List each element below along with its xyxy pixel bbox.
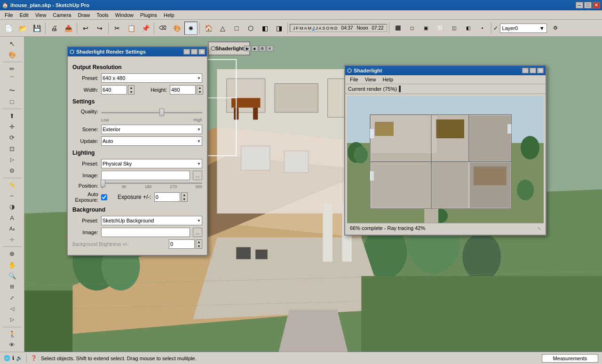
update-dropdown[interactable]: Auto ▼: [101, 136, 202, 146]
pan-tool[interactable]: ✋: [6, 260, 19, 270]
lighting-browse-btn[interactable]: ...: [193, 171, 202, 180]
sl-close-btn[interactable]: ✕: [267, 46, 273, 51]
width-up[interactable]: ▲: [128, 86, 134, 90]
prev-view-tool[interactable]: ◁: [6, 304, 19, 314]
follow-me-tool[interactable]: ▷: [6, 155, 19, 165]
open-button[interactable]: 📂: [16, 22, 29, 35]
text-tool[interactable]: A: [6, 213, 19, 222]
new-button[interactable]: 📄: [2, 22, 15, 35]
lighting-image-input[interactable]: [101, 171, 190, 180]
rp-menu-file[interactable]: File: [347, 76, 361, 83]
bg-brightness-spin[interactable]: ▲ ▼: [196, 239, 202, 249]
auto-exposure-checkbox[interactable]: [101, 194, 107, 200]
cube-btn6[interactable]: ◧: [462, 22, 475, 35]
height-input[interactable]: 480: [170, 85, 196, 95]
redo-button[interactable]: ↪: [93, 22, 106, 35]
width-input[interactable]: 640: [101, 85, 127, 95]
next-view-tool[interactable]: ▷: [6, 315, 19, 324]
resize-handle[interactable]: ⤡: [537, 226, 541, 231]
menu-view[interactable]: View: [32, 11, 49, 19]
quality-slider[interactable]: [101, 108, 202, 117]
offset-tool[interactable]: ⊜: [6, 166, 19, 175]
select-tool[interactable]: ↖: [6, 39, 19, 48]
move-tool[interactable]: ✛: [6, 122, 19, 132]
rp-menu-view[interactable]: View: [362, 76, 379, 83]
height-spin[interactable]: ▲ ▼: [197, 85, 203, 95]
exposure-down[interactable]: ▼: [182, 197, 187, 201]
viewport[interactable]: ⬡ Shaderlight ▶ ■ ⚙ ✕ ⬡ Shaderlight Rend…: [24, 37, 602, 352]
menu-camera[interactable]: Camera: [50, 11, 74, 19]
look-around-tool[interactable]: 👁: [6, 340, 19, 350]
bg-bright-down[interactable]: ▼: [196, 244, 202, 248]
orbit-tool[interactable]: ⊕: [6, 249, 19, 259]
menu-window[interactable]: Window: [112, 11, 136, 19]
layer-settings[interactable]: ⚙: [549, 22, 562, 35]
freehand-tool[interactable]: 〜: [6, 86, 19, 95]
menu-plugins[interactable]: Plugins: [137, 11, 160, 19]
3dtext-tool[interactable]: A₃: [6, 224, 19, 234]
zoom-tool[interactable]: 🔍: [6, 271, 19, 281]
rp-menu-help[interactable]: Help: [380, 76, 396, 83]
triangle-button[interactable]: △: [216, 22, 229, 35]
bg-preset-dropdown[interactable]: SketchUp Background ▼: [101, 216, 202, 225]
home-button[interactable]: 🏠: [202, 22, 215, 35]
rp-minimize[interactable]: ─: [522, 68, 529, 73]
bg-brightness-input[interactable]: 0: [169, 239, 195, 249]
menu-edit[interactable]: Edit: [17, 11, 32, 19]
sl-stop-btn[interactable]: ■: [252, 46, 258, 51]
preset-dropdown[interactable]: 640 x 480 ▼: [101, 73, 202, 83]
cube-btn1[interactable]: ⬛: [391, 22, 404, 35]
line-tool[interactable]: ✏: [6, 63, 19, 73]
axes-tool[interactable]: ⊹: [6, 235, 19, 245]
cube-btn5[interactable]: ◫: [448, 22, 461, 35]
dialog-close[interactable]: ✕: [198, 49, 205, 55]
print-button[interactable]: 🖨: [48, 22, 61, 35]
minimize-button[interactable]: ─: [576, 2, 583, 8]
front-button[interactable]: ◧: [258, 22, 271, 35]
width-down[interactable]: ▼: [128, 90, 134, 94]
cube-btn3[interactable]: ▣: [420, 22, 433, 35]
paint-tool[interactable]: 🎨: [6, 49, 19, 59]
cube-btn4[interactable]: ⬜: [434, 22, 447, 35]
width-spin[interactable]: ▲ ▼: [128, 85, 135, 95]
copy-button[interactable]: 📋: [125, 22, 138, 35]
menu-file[interactable]: File: [2, 11, 16, 19]
maximize-button[interactable]: □: [584, 2, 592, 8]
paste-button[interactable]: 📌: [139, 22, 152, 35]
bg-bright-up[interactable]: ▲: [196, 240, 202, 244]
position-slider[interactable]: [101, 182, 202, 184]
rp-maximize[interactable]: □: [530, 68, 536, 73]
tape-tool[interactable]: 📏: [6, 180, 19, 190]
exposure-input[interactable]: 0: [154, 192, 180, 202]
walk-tool[interactable]: 🚶: [6, 329, 19, 339]
close-button[interactable]: ✕: [593, 2, 600, 8]
scale-tool[interactable]: ⊡: [6, 144, 19, 154]
cube-btn7[interactable]: ▪: [476, 22, 489, 35]
dimension-tool[interactable]: ↔: [6, 191, 19, 201]
layer-dropdown[interactable]: Layer0 ▼: [500, 24, 547, 33]
erase-button[interactable]: ⌫: [156, 22, 169, 35]
square-button[interactable]: □: [230, 22, 243, 35]
exposure-up[interactable]: ▲: [182, 193, 187, 197]
menu-draw[interactable]: Draw: [75, 11, 93, 19]
scene-dropdown[interactable]: Exterior ▼: [101, 125, 202, 134]
bg-image-input[interactable]: [101, 228, 190, 237]
protractor-tool[interactable]: ◑: [6, 202, 19, 212]
lighting-preset-dropdown[interactable]: Physical Sky ▼: [101, 159, 202, 168]
draw-button[interactable]: ◉: [184, 22, 198, 35]
exposure-spin[interactable]: ▲ ▼: [181, 192, 188, 202]
menu-tools[interactable]: Tools: [94, 11, 111, 19]
zoom-extents-tool[interactable]: ⤢: [6, 293, 19, 303]
dialog-maximize[interactable]: □: [191, 49, 198, 55]
rotate-tool[interactable]: ⟳: [6, 133, 19, 142]
cut-button[interactable]: ✂: [111, 22, 124, 35]
sl-settings-btn[interactable]: ⚙: [259, 46, 266, 51]
push-pull-tool[interactable]: ⬆: [6, 111, 19, 121]
dialog-minimize[interactable]: ─: [183, 49, 190, 55]
back-button[interactable]: ◨: [272, 22, 285, 35]
export-button[interactable]: 📤: [62, 22, 75, 35]
zoom-window-tool[interactable]: ⊞: [6, 282, 19, 292]
save-button[interactable]: 💾: [30, 22, 43, 35]
height-up[interactable]: ▲: [197, 86, 203, 90]
cube-btn2[interactable]: ◻: [405, 22, 419, 35]
